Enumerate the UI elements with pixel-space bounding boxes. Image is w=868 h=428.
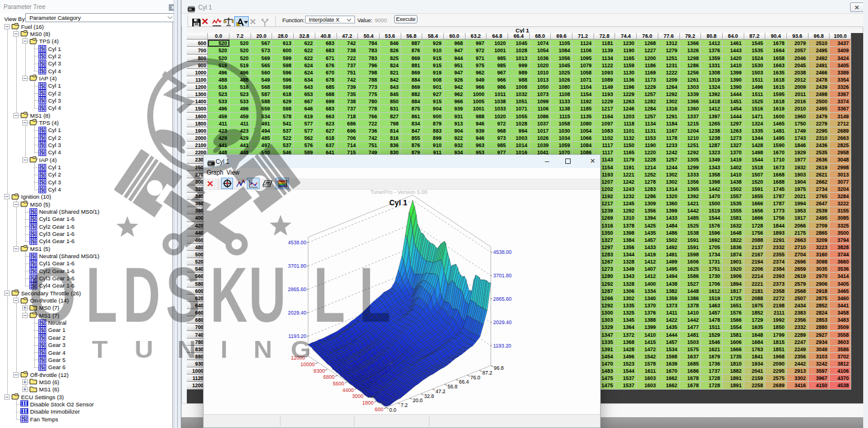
svg-text:66.4: 66.4 xyxy=(459,379,469,385)
svg-text:6800: 6800 xyxy=(323,374,335,380)
svg-text:2029.40: 2029.40 xyxy=(493,319,512,325)
svg-text:56.8: 56.8 xyxy=(448,384,458,390)
svg-text:2029.40: 2029.40 xyxy=(288,310,306,316)
svg-text:76.0: 76.0 xyxy=(470,375,481,381)
svg-text:32.8: 32.8 xyxy=(424,393,434,399)
svg-text:12000: 12000 xyxy=(291,355,305,361)
svg-text:2865.60: 2865.60 xyxy=(493,296,512,302)
svg-text:47.2: 47.2 xyxy=(436,388,446,394)
svg-text:TunerPro - Version 5.00: TunerPro - Version 5.00 xyxy=(370,189,427,195)
svg-text:7.2: 7.2 xyxy=(401,402,408,408)
svg-text:20.0: 20.0 xyxy=(413,397,423,403)
svg-text:1800: 1800 xyxy=(362,400,374,406)
svg-text:87.2: 87.2 xyxy=(482,370,493,376)
svg-text:5600: 5600 xyxy=(333,381,344,387)
svg-text:4400: 4400 xyxy=(342,387,354,393)
svg-text:Cyl 1: Cyl 1 xyxy=(389,199,407,207)
svg-text:600: 600 xyxy=(375,406,383,412)
svg-text:0.0: 0.0 xyxy=(389,407,396,413)
svg-text:4538.00: 4538.00 xyxy=(288,240,306,246)
svg-text:8300: 8300 xyxy=(314,368,325,374)
svg-text:3701.80: 3701.80 xyxy=(493,273,512,279)
svg-text:96.8: 96.8 xyxy=(494,365,504,371)
svg-text:1193.20: 1193.20 xyxy=(493,343,511,349)
svg-text:1193.20: 1193.20 xyxy=(288,333,306,339)
svg-text:4538.00: 4538.00 xyxy=(493,249,512,255)
svg-text:10000: 10000 xyxy=(300,361,315,367)
svg-text:2865.60: 2865.60 xyxy=(288,286,306,292)
svg-text:3000: 3000 xyxy=(352,393,363,399)
svg-text:3701.80: 3701.80 xyxy=(288,263,306,269)
